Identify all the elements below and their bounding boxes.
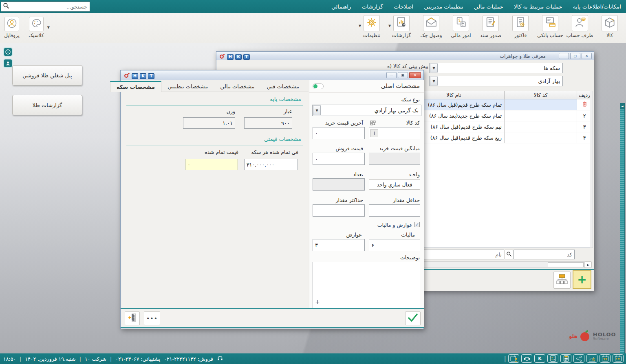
close-button[interactable]: ✕ <box>582 53 592 59</box>
status-date[interactable]: شنبه,۱۹ فروردين, ۱۴۰۲ <box>25 356 75 362</box>
code-search-input[interactable] <box>514 250 575 259</box>
sales-phone: ۰۲۱-۲۲۲۲۱۱۴۲ <box>164 356 196 362</box>
menu-base-info[interactable]: امکانات/اطلاعات پايه <box>573 3 621 10</box>
notes-expand-icon[interactable]: + <box>315 298 320 305</box>
calendar-12-icon[interactable]: 12 <box>600 354 611 363</box>
keyboard-k-icon[interactable]: K <box>534 354 545 363</box>
calendar-person-icon[interactable] <box>508 354 519 363</box>
global-search[interactable] <box>1 1 90 12</box>
table-row[interactable]: ۲ تمام سکه طرح جديد(بعد سال ۸۶) <box>403 110 592 121</box>
cheque-collection-button[interactable]: وصول چک <box>418 15 444 38</box>
confirm-button[interactable] <box>405 311 421 325</box>
last-buy-price-input[interactable] <box>313 127 365 139</box>
gold-shop-panel-button[interactable]: پنل شغلي طلا فروشي <box>12 65 82 86</box>
menu-financial-operations[interactable]: عمليات مالي <box>474 3 503 10</box>
items-table[interactable]: رديف کد کالا نام کالا تمام سکه طرح قديم(… <box>403 91 592 248</box>
calendar-grid-icon[interactable] <box>613 354 624 363</box>
sell-price-input[interactable] <box>313 153 365 165</box>
dropdown-caret-icon[interactable]: ▼ <box>359 24 361 28</box>
exit-button[interactable] <box>125 311 140 325</box>
tab-coin-specs[interactable]: مشخصات سکه <box>110 81 161 92</box>
tax-duty-checkbox[interactable]: ✓ <box>414 222 420 227</box>
total-cost-input[interactable] <box>185 159 238 170</box>
chevron-down-icon[interactable]: ▼ <box>313 105 321 115</box>
tab-adjustment-specs[interactable]: مشخصات تنظيمي <box>161 82 214 92</box>
support-user-icon[interactable] <box>3 59 13 68</box>
barcode-icon[interactable] <box>370 119 376 127</box>
table-vertical-scrollbar[interactable] <box>590 91 593 248</box>
exit-door-icon <box>128 313 137 324</box>
scrollbar-thumb[interactable] <box>548 262 584 267</box>
info-icon[interactable] <box>3 47 13 57</box>
minimize-button[interactable]: — <box>386 72 397 78</box>
more-options-button[interactable]: ••• <box>144 311 160 325</box>
main-group-select[interactable]: سکه ها ▼ <box>429 63 563 73</box>
gold-reports-button[interactable]: گزارشات طلا <box>12 95 82 115</box>
item-code-input[interactable]: + <box>369 127 420 139</box>
horizontal-scrollbar[interactable] <box>403 261 585 268</box>
close-button[interactable]: ✕ <box>409 72 421 78</box>
gold-window-titlebar[interactable]: H K T معرفي طلا و جواهرات — ▢ ✕ <box>216 52 594 60</box>
table-row[interactable]: ۴ ربع سکه طرح قديم(قبل سال ۸۶) <box>403 132 592 143</box>
duty-input[interactable] <box>313 239 365 251</box>
scroll-right-button[interactable]: ► <box>585 261 592 268</box>
dropdown-caret-icon[interactable]: ▼ <box>47 26 50 29</box>
tab-technical-specs[interactable]: مشخصات فني <box>260 82 305 92</box>
search-input[interactable] <box>9 3 88 10</box>
goods-button[interactable]: کالا <box>597 15 623 38</box>
col-item-code[interactable]: کد کالا <box>504 91 577 99</box>
max-qty-input[interactable] <box>313 204 365 217</box>
profile-button[interactable]: پروفايل <box>3 17 20 38</box>
reports-button[interactable]: ▼ گزارشات <box>388 15 414 38</box>
invoice-button[interactable]: فاکتور <box>507 15 533 38</box>
sub-group-select[interactable]: بهار آزادي ▼ <box>429 76 563 86</box>
maximize-button[interactable]: ▢ <box>570 53 580 59</box>
chevron-down-icon[interactable]: ▼ <box>430 64 438 72</box>
weight-input[interactable] <box>183 117 235 129</box>
add-item-button[interactable]: + <box>573 270 591 289</box>
status-bar: فروش: ۰۲۱-۲۲۲۲۱۱۴۲ پشتيباني: ۰۲۱-۲۳۰۶۷ |… <box>0 353 626 364</box>
coin-type-select[interactable]: يک گرمي بهار آزادي ▼ <box>312 105 421 116</box>
strip-arrow-icon[interactable]: ◄ <box>620 103 624 109</box>
code-plus-button[interactable]: + <box>370 129 378 137</box>
menu-reports[interactable]: گزارشات <box>362 3 383 10</box>
tab-financial-specs[interactable]: مشخصات مالي <box>214 82 260 92</box>
company-name[interactable]: شرکت ۱۰ <box>85 356 106 362</box>
dropdown-caret-icon[interactable]: ▼ <box>388 24 391 28</box>
toolbar-main-group: کالا طرف حساب حساب بانکي فاکتور صدور سند… <box>359 15 623 38</box>
financial-affairs-button[interactable]: امور مالي <box>448 15 474 38</box>
note-icon[interactable] <box>560 354 571 363</box>
search-lookup-button[interactable] <box>505 250 513 259</box>
notes-textarea[interactable] <box>313 262 420 309</box>
tax-input[interactable] <box>369 239 420 251</box>
maximize-button[interactable]: ▣ <box>398 72 408 78</box>
group-tree-button[interactable] <box>553 272 571 289</box>
menu-management-settings[interactable]: تنظيمات مديريتي <box>424 3 463 10</box>
carat-input[interactable] <box>244 117 292 129</box>
settings-button[interactable]: ▼ تنظيمات <box>359 15 385 38</box>
menu-help[interactable]: راهنمائي <box>331 3 351 10</box>
menu-item-operations[interactable]: عمليات مرتبط به کالا <box>514 3 562 10</box>
unit-cost-input[interactable] <box>244 159 298 170</box>
share-icon[interactable] <box>573 354 584 363</box>
chevron-down-icon[interactable]: ▼ <box>430 77 438 86</box>
collapsed-side-strip[interactable]: ◄ <box>620 103 625 364</box>
code-prediction-label[interactable]: پيش بيني کد کالا (ه) <box>388 63 428 69</box>
minimize-button[interactable]: — <box>559 53 569 59</box>
activate-unit-button[interactable]: فعال سازي واحد <box>369 179 420 190</box>
min-qty-input[interactable] <box>369 204 420 217</box>
account-party-button[interactable]: طرف حساب <box>567 15 593 38</box>
chart-clock-icon[interactable] <box>586 354 597 363</box>
table-row[interactable]: ۳ نيم سکه طرح قديم(قبل سال ۸۶) <box>403 121 592 132</box>
dialog-titlebar[interactable]: H K T — ▣ ✕ <box>121 70 423 80</box>
classic-theme-button[interactable]: ▼ کلاسيک <box>28 17 45 38</box>
table-row[interactable]: تمام سکه طرح قديم(قبل سال ۸۶) <box>403 99 592 110</box>
main-specs-toggle[interactable] <box>313 83 324 89</box>
trash-icon[interactable] <box>582 101 587 108</box>
tax-duty-checkbox-label[interactable]: عوارض و ماليات <box>377 222 412 228</box>
issue-document-button[interactable]: صدور سند <box>478 15 504 38</box>
menu-corrections[interactable]: اصلاحات <box>394 3 413 10</box>
phone-icon[interactable] <box>521 354 532 363</box>
calculator-icon[interactable] <box>547 354 558 363</box>
bank-account-button[interactable]: حساب بانکي <box>537 15 563 38</box>
